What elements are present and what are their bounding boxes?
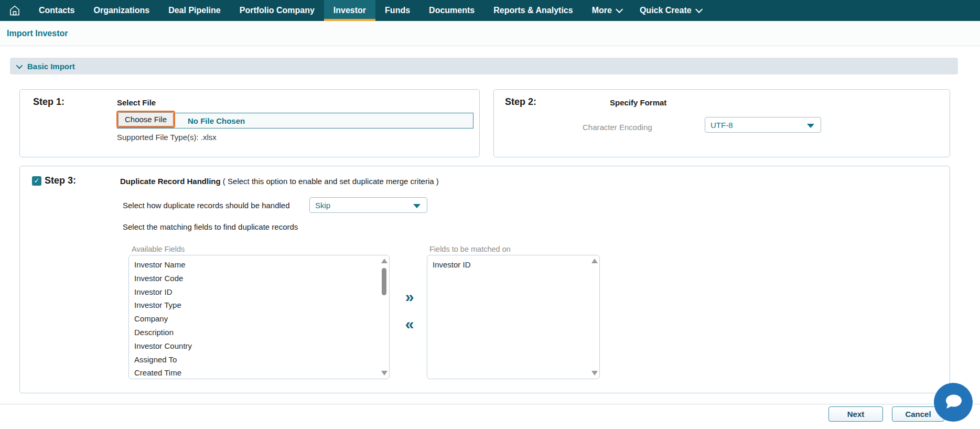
character-encoding-label: Character Encoding bbox=[583, 123, 652, 132]
scrollbar[interactable] bbox=[591, 255, 598, 379]
matching-fields-label: Select the matching fields to find dupli… bbox=[123, 222, 298, 231]
duplicate-handling-value: Skip bbox=[315, 201, 330, 210]
duplicate-record-handling-subtitle: ( Select this option to enable and set d… bbox=[221, 177, 439, 186]
list-item[interactable]: Created Time bbox=[134, 366, 379, 379]
scroll-down-icon[interactable] bbox=[381, 371, 387, 376]
step1-box: Step 1: Select File Choose File No File … bbox=[19, 89, 480, 157]
step2-title: Specify Format bbox=[610, 98, 666, 107]
available-fields-items: Investor NameInvestor CodeInvestor IDInv… bbox=[134, 258, 379, 379]
choose-file-button[interactable]: Choose File bbox=[118, 112, 174, 126]
choose-file-highlight: Choose File bbox=[116, 111, 175, 128]
dropdown-arrow-icon bbox=[413, 204, 421, 208]
dropdown-arrow-icon bbox=[807, 124, 814, 128]
nav-items: ContactsOrganizationsDeal PipelinePortfo… bbox=[29, 0, 583, 21]
footer-divider bbox=[0, 404, 980, 404]
chat-icon bbox=[943, 393, 964, 412]
character-encoding-value: UTF-8 bbox=[710, 121, 733, 130]
scrollbar-thumb[interactable] bbox=[382, 268, 386, 295]
matched-fields-items: Investor ID bbox=[433, 258, 589, 272]
file-input[interactable]: Choose File No File Chosen bbox=[117, 113, 473, 128]
duplicate-record-handling-title: Duplicate Record Handling bbox=[120, 177, 221, 186]
step3-label: Step 3: bbox=[45, 175, 76, 186]
file-status-text: No File Chosen bbox=[188, 116, 245, 125]
top-nav: ContactsOrganizationsDeal PipelinePortfo… bbox=[0, 0, 980, 21]
list-item[interactable]: Investor ID bbox=[134, 285, 379, 299]
nav-quick-create-label: Quick Create bbox=[640, 6, 692, 15]
nav-more[interactable]: More bbox=[583, 0, 630, 21]
handled-label: Select how duplicate records should be h… bbox=[123, 201, 290, 210]
chat-widget-button[interactable] bbox=[934, 383, 973, 422]
scrollbar[interactable] bbox=[381, 255, 388, 379]
supported-file-types: Supported File Type(s): .xlsx bbox=[117, 133, 217, 142]
move-right-button[interactable]: » bbox=[401, 289, 418, 305]
scroll-up-icon[interactable] bbox=[591, 259, 598, 263]
scroll-down-icon[interactable] bbox=[591, 371, 598, 376]
step2-label: Step 2: bbox=[505, 96, 536, 108]
nav-item[interactable]: Contacts bbox=[29, 0, 84, 21]
nav-more-label: More bbox=[592, 6, 612, 15]
nav-item[interactable]: Funds bbox=[375, 0, 419, 21]
nav-quick-create[interactable]: Quick Create bbox=[630, 0, 710, 21]
chevron-down-icon bbox=[16, 62, 23, 69]
move-left-button[interactable]: « bbox=[401, 316, 418, 332]
basic-import-accordion[interactable]: Basic Import bbox=[10, 58, 958, 74]
step3-checkbox[interactable]: ✓ bbox=[32, 176, 41, 186]
next-button[interactable]: Next bbox=[828, 406, 883, 422]
home-button[interactable] bbox=[0, 0, 29, 21]
step2-box: Step 2: Specify Format Character Encodin… bbox=[493, 89, 950, 157]
nav-item[interactable]: Documents bbox=[419, 0, 484, 21]
character-encoding-select[interactable]: UTF-8 bbox=[705, 117, 821, 133]
available-fields-label: Available Fields bbox=[132, 245, 185, 253]
scroll-up-icon[interactable] bbox=[381, 259, 387, 263]
step1-title: Select File bbox=[117, 98, 156, 107]
list-item[interactable]: Investor Type bbox=[134, 298, 379, 312]
nav-item[interactable]: Organizations bbox=[84, 0, 159, 21]
page-header: Import Investor bbox=[0, 21, 980, 46]
chevron-down-icon bbox=[695, 6, 703, 13]
nav-item[interactable]: Investor bbox=[324, 0, 375, 21]
matched-fields-label: Fields to be matched on bbox=[429, 245, 511, 253]
step3-title: Duplicate Record Handling ( Select this … bbox=[120, 177, 439, 186]
nav-item[interactable]: Portfolio Company bbox=[230, 0, 324, 21]
available-fields-list: Investor NameInvestor CodeInvestor IDInv… bbox=[128, 255, 390, 379]
step3-box: ✓ Step 3: Duplicate Record Handling ( Se… bbox=[19, 166, 950, 393]
nav-item[interactable]: Reports & Analytics bbox=[484, 0, 582, 21]
nav-item[interactable]: Deal Pipeline bbox=[159, 0, 230, 21]
list-item[interactable]: Assigned To bbox=[134, 353, 379, 367]
page-title: Import Investor bbox=[7, 21, 68, 46]
list-item[interactable]: Investor ID bbox=[433, 258, 589, 272]
step1-label: Step 1: bbox=[33, 96, 64, 108]
list-item[interactable]: Description bbox=[134, 326, 379, 339]
list-item[interactable]: Investor Name bbox=[134, 258, 379, 272]
matched-fields-list: Investor ID bbox=[427, 255, 600, 379]
duplicate-handling-select[interactable]: Skip bbox=[309, 197, 427, 213]
accordion-label: Basic Import bbox=[27, 62, 75, 71]
chevron-down-icon bbox=[616, 6, 623, 13]
home-icon bbox=[8, 4, 21, 17]
list-item[interactable]: Investor Code bbox=[134, 272, 379, 285]
list-item[interactable]: Investor Country bbox=[134, 339, 379, 353]
list-item[interactable]: Company bbox=[134, 312, 379, 326]
